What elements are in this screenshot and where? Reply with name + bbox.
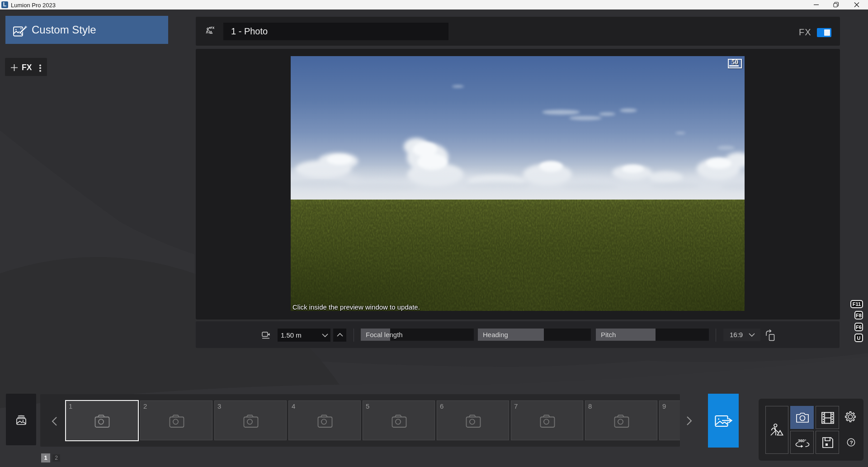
svg-text:FX: FX xyxy=(211,27,215,29)
svg-text:?: ? xyxy=(850,440,853,445)
svg-text:360°: 360° xyxy=(798,438,807,443)
